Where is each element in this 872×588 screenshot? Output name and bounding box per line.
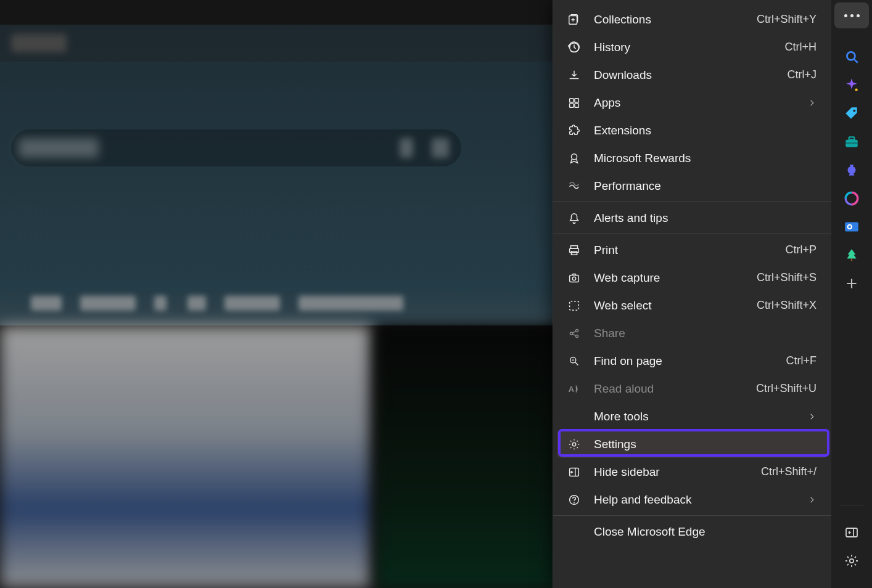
menu-item-label: Web select <box>594 299 744 312</box>
menu-item-label: Close Microsoft Edge <box>594 525 816 539</box>
menu-item-shortcut: Ctrl+Shift+U <box>756 382 816 395</box>
sidebar-sparkle-button[interactable] <box>842 75 862 95</box>
settings-and-more-menu: CollectionsCtrl+Shift+YHistoryCtrl+HDown… <box>553 0 831 588</box>
menu-item-shortcut: Ctrl+Shift+S <box>757 271 816 284</box>
chevron-right-icon <box>808 412 816 421</box>
hidesidebar-icon <box>567 465 582 480</box>
menu-item-performance[interactable]: Performance <box>553 172 831 200</box>
rewards-icon <box>567 151 582 166</box>
webcapture-icon <box>567 271 582 285</box>
menu-item-shortcut: Ctrl+P <box>785 243 816 256</box>
menu-item-microsoft-rewards[interactable]: Microsoft Rewards <box>553 144 831 172</box>
more-button[interactable] <box>834 2 869 28</box>
readaloud-icon <box>567 382 582 396</box>
menu-item-share: Share <box>553 319 831 347</box>
performance-icon <box>567 179 582 194</box>
menu-item-label: Hide sidebar <box>594 465 749 479</box>
menu-item-close-microsoft-edge[interactable]: Close Microsoft Edge <box>553 518 831 545</box>
menu-item-shortcut: Ctrl+H <box>784 41 816 54</box>
menu-item-label: Alerts and tips <box>594 211 816 225</box>
edge-sidebar <box>831 0 872 588</box>
alerts-icon <box>567 211 582 226</box>
menu-item-settings[interactable]: Settings <box>557 430 828 458</box>
menu-item-shortcut: Ctrl+F <box>786 354 817 367</box>
menu-item-shortcut: Ctrl+Shift+X <box>757 299 816 312</box>
menu-item-find-on-page[interactable]: Find on pageCtrl+F <box>553 347 831 375</box>
webselect-icon <box>567 298 582 313</box>
sidebar-tag-button[interactable] <box>842 104 862 123</box>
menu-item-history[interactable]: HistoryCtrl+H <box>553 33 831 61</box>
menu-item-label: Help and feedback <box>594 493 796 507</box>
sidebar-outlook-button[interactable] <box>842 217 862 237</box>
menu-item-hide-sidebar[interactable]: Hide sidebarCtrl+Shift+/ <box>553 458 831 486</box>
menu-item-print[interactable]: PrintCtrl+P <box>553 236 831 264</box>
collections-icon <box>567 12 582 27</box>
menu-item-help-and-feedback[interactable]: Help and feedback <box>553 486 831 513</box>
sidebar-tree-button[interactable] <box>842 245 862 265</box>
menu-item-shortcut: Ctrl+Shift+/ <box>761 465 816 478</box>
downloads-icon <box>567 68 582 83</box>
chevron-right-icon <box>808 496 816 504</box>
menu-item-web-select[interactable]: Web selectCtrl+Shift+X <box>553 292 831 319</box>
menu-item-more-tools[interactable]: More tools <box>553 402 831 430</box>
menu-item-label: Print <box>594 243 773 257</box>
menu-item-label: History <box>594 41 772 54</box>
menu-item-shortcut: Ctrl+J <box>787 68 816 81</box>
menu-item-downloads[interactable]: DownloadsCtrl+J <box>553 61 831 89</box>
sidebar-office-button[interactable] <box>842 189 862 208</box>
menu-item-collections[interactable]: CollectionsCtrl+Shift+Y <box>553 6 831 33</box>
sidebar-separator <box>839 505 864 505</box>
menu-item-label: Share <box>594 327 816 340</box>
menu-item-shortcut: Ctrl+Shift+Y <box>757 13 816 26</box>
menu-item-read-aloud: Read aloudCtrl+Shift+U <box>553 375 831 402</box>
menu-item-web-capture[interactable]: Web captureCtrl+Shift+S <box>553 264 831 292</box>
menu-item-label: Find on page <box>594 354 774 368</box>
app-root: CollectionsCtrl+Shift+YHistoryCtrl+HDown… <box>0 0 872 588</box>
menu-item-label: Extensions <box>594 124 816 137</box>
menu-item-label: Microsoft Rewards <box>594 152 816 165</box>
history-icon <box>567 40 582 55</box>
menu-item-label: Read aloud <box>594 382 744 396</box>
share-icon <box>567 326 582 341</box>
menu-separator <box>553 234 831 234</box>
apps-icon <box>567 96 582 110</box>
menu-item-extensions[interactable]: Extensions <box>553 116 831 144</box>
print-icon <box>567 243 582 258</box>
help-icon <box>567 492 582 507</box>
menu-item-label: Downloads <box>594 68 775 82</box>
menu-item-label: Performance <box>594 179 816 193</box>
menu-item-apps[interactable]: Apps <box>553 89 831 116</box>
sidebar-panel-button[interactable] <box>842 523 862 542</box>
chevron-right-icon <box>808 99 816 107</box>
menu-separator <box>553 515 831 516</box>
sidebar-plus-button[interactable] <box>842 274 862 293</box>
extensions-icon <box>567 123 582 138</box>
settings-icon <box>567 437 582 452</box>
ellipsis-icon <box>844 14 860 17</box>
sidebar-gear-button[interactable] <box>842 551 862 571</box>
menu-item-alerts-and-tips[interactable]: Alerts and tips <box>553 204 831 232</box>
menu-item-label: More tools <box>594 410 796 423</box>
sidebar-toolbox-button[interactable] <box>842 132 862 152</box>
menu-item-label: Collections <box>594 13 744 27</box>
find-icon <box>567 354 582 369</box>
menu-item-label: Settings <box>594 438 816 451</box>
menu-separator <box>553 202 831 202</box>
menu-item-label: Web capture <box>594 271 744 285</box>
menu-item-label: Apps <box>594 96 796 110</box>
sidebar-chess-button[interactable] <box>842 160 862 180</box>
sidebar-search-button[interactable] <box>842 47 862 67</box>
